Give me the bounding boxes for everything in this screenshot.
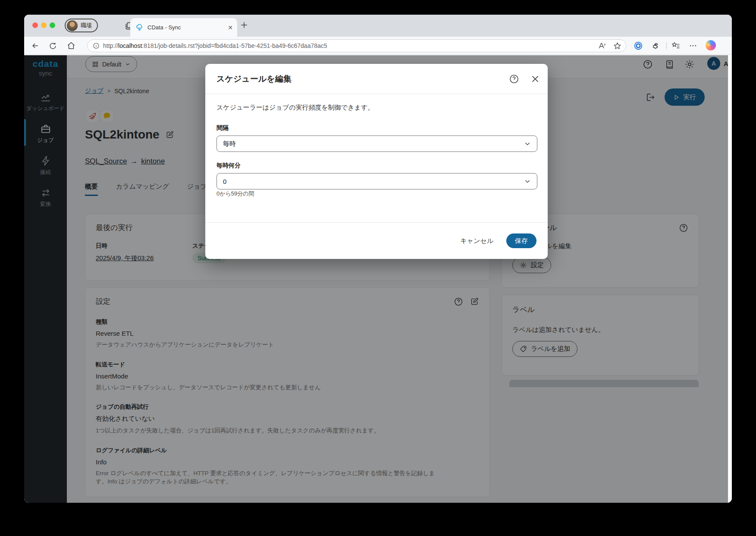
url-text[interactable]: http://localhost:8181/job-details.rst?jo… <box>103 42 594 49</box>
modal-title: スケジュールを編集 <box>216 73 292 85</box>
toolbar-divider <box>666 42 667 49</box>
interval-select[interactable]: 毎時 <box>216 136 537 152</box>
edit-schedule-modal: スケジュールを編集 スケジューラーはジョブの実行頻度を制御できます。 間隔 毎時 <box>205 64 548 259</box>
copilot-icon[interactable] <box>706 40 716 50</box>
cancel-button[interactable]: キャンセル <box>460 237 493 245</box>
site-info-icon[interactable] <box>93 42 100 49</box>
window-close-button[interactable] <box>32 22 38 28</box>
favorites-bar-icon[interactable] <box>670 40 681 51</box>
tab-title: CData - Sync <box>147 24 224 31</box>
window-minimize-button[interactable] <box>41 22 47 28</box>
minute-select[interactable]: 0 <box>216 173 537 189</box>
refresh-icon[interactable] <box>47 40 58 51</box>
favorite-star-icon[interactable] <box>613 42 621 50</box>
modal-help-icon[interactable] <box>509 74 519 84</box>
extensions-puzzle-icon[interactable] <box>650 40 661 51</box>
chevron-down-icon <box>524 178 531 185</box>
tab-close-icon[interactable]: ✕ <box>228 24 233 31</box>
new-tab-button[interactable] <box>240 21 248 29</box>
browser-profile-button[interactable]: 職場 <box>65 19 98 32</box>
cdata-favicon <box>135 23 144 32</box>
minute-help-text: 0から59分の間 <box>216 190 254 198</box>
password-manager-icon[interactable] <box>633 40 644 51</box>
more-menu-icon[interactable] <box>687 40 699 51</box>
window-zoom-button[interactable] <box>50 22 55 28</box>
modal-close-icon[interactable] <box>530 74 540 84</box>
url-bar[interactable]: http://localhost:8181/job-details.rst?jo… <box>87 39 626 52</box>
save-button[interactable]: 保存 <box>506 233 536 248</box>
browser-tabstrip: 職場 CData - Sync ✕ <box>24 15 732 37</box>
profile-avatar <box>67 20 78 31</box>
read-aloud-icon[interactable] <box>598 41 606 50</box>
browser-toolbar: http://localhost:8181/job-details.rst?jo… <box>24 37 732 55</box>
modal-description: スケジューラーはジョブの実行頻度を制御できます。 <box>216 104 374 112</box>
minute-label: 毎時何分 <box>216 162 241 170</box>
profile-label: 職場 <box>81 22 92 29</box>
chevron-down-icon <box>524 140 531 147</box>
home-icon[interactable] <box>66 40 77 51</box>
browser-tab[interactable]: CData - Sync ✕ <box>130 18 237 37</box>
back-icon[interactable] <box>30 40 41 51</box>
interval-label: 間隔 <box>216 124 229 132</box>
browser-window: 職場 CData - Sync ✕ <box>24 15 732 503</box>
scrollbar-track[interactable] <box>728 55 732 503</box>
app-viewport: cdata sync ダッシュボード ジョブ 接続 変換 <box>24 55 732 503</box>
